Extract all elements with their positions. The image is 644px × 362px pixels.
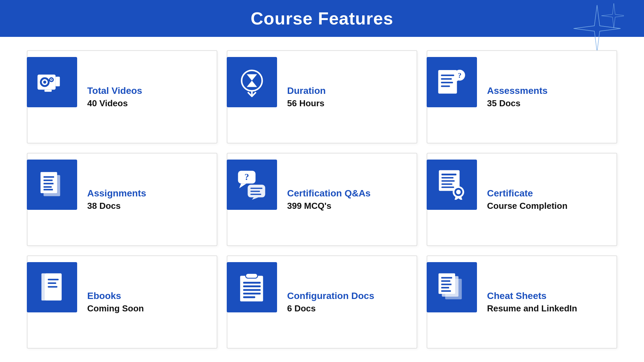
svg-text:?: ? (458, 71, 462, 79)
certificate-text: Certificate Course Completion (477, 188, 568, 211)
svg-rect-60 (56, 77, 60, 86)
ebook-icon (37, 272, 67, 302)
ebooks-title: Ebooks (87, 291, 144, 301)
config-icon (237, 272, 267, 302)
svg-point-56 (43, 81, 46, 84)
svg-rect-75 (44, 183, 54, 185)
page-wrapper: Course Features (0, 0, 644, 362)
certification-qas-text: Certification Q&As 399 MCQ's (277, 188, 371, 211)
certification-qas-title: Certification Q&As (287, 188, 371, 199)
svg-rect-103 (243, 293, 261, 294)
star-decoration-icon (570, 2, 624, 55)
page-title: Course Features (251, 8, 393, 28)
feature-card-total-videos: Total Videos 40 Videos (27, 50, 217, 143)
feature-card-assignments: Assignments 38 Docs (27, 153, 217, 246)
svg-rect-83 (251, 194, 261, 195)
svg-rect-82 (251, 191, 260, 192)
cheat-sheets-subtitle: Resume and LinkedIn (487, 303, 577, 314)
duration-icon-box (227, 57, 277, 107)
svg-rect-85 (441, 174, 457, 175)
feature-card-ebooks: Ebooks Coming Soon (27, 255, 217, 349)
certificate-subtitle: Course Completion (487, 201, 568, 211)
assignments-title: Assignments (87, 188, 146, 199)
assessments-title: Assessments (487, 85, 548, 96)
svg-text:?: ? (245, 172, 249, 182)
svg-point-59 (51, 79, 52, 80)
feature-card-certification-qas: ? Certification Q&As 399 MCQ's (227, 153, 417, 246)
page-header: Course Features (0, 0, 644, 37)
svg-rect-102 (243, 289, 261, 291)
svg-rect-66 (441, 78, 452, 80)
config-docs-icon-box (227, 262, 277, 312)
assessments-text: Assessments 35 Docs (477, 85, 548, 109)
feature-card-cheat-sheets: Cheat Sheets Resume and LinkedIn (427, 255, 617, 349)
svg-point-92 (456, 190, 461, 194)
total-videos-icon-box (27, 57, 77, 107)
svg-rect-99 (246, 274, 258, 278)
total-videos-text: Total Videos 40 Videos (77, 85, 142, 109)
svg-rect-95 (48, 279, 58, 281)
certification-qas-subtitle: 399 MCQ's (287, 201, 371, 211)
ebooks-icon-box (27, 262, 77, 312)
duration-text: Duration 56 Hours (277, 85, 326, 109)
feature-card-certificate: Certificate Course Completion (427, 153, 617, 246)
svg-point-62 (241, 70, 262, 91)
config-docs-text: Configuration Docs 6 Docs (277, 291, 374, 314)
total-videos-subtitle: 40 Videos (87, 98, 142, 109)
svg-rect-108 (441, 277, 452, 279)
svg-rect-76 (44, 186, 52, 188)
cheat-sheets-icon-box (427, 262, 477, 312)
feature-card-config-docs: Configuration Docs 6 Docs (227, 255, 417, 349)
assignments-subtitle: 38 Docs (87, 201, 146, 211)
cheatsheet-icon (437, 272, 467, 302)
ebooks-text: Ebooks Coming Soon (77, 291, 144, 314)
cheat-sheets-title: Cheat Sheets (487, 291, 577, 301)
svg-rect-96 (48, 283, 56, 284)
svg-rect-104 (243, 296, 255, 298)
assessment-icon: ? (437, 67, 467, 97)
svg-rect-86 (441, 177, 453, 178)
duration-subtitle: 56 Hours (287, 98, 326, 109)
svg-rect-100 (243, 282, 261, 284)
svg-rect-81 (251, 188, 263, 189)
certification-qas-icon-box: ? (227, 160, 277, 210)
feature-card-duration: Duration 56 Hours (227, 50, 417, 143)
svg-rect-74 (44, 180, 53, 181)
assignments-text: Assignments 38 Docs (77, 188, 146, 211)
cheat-sheets-text: Cheat Sheets Resume and LinkedIn (477, 291, 577, 314)
clock-icon (237, 67, 267, 97)
qa-icon: ? (237, 170, 267, 200)
duration-title: Duration (287, 85, 326, 96)
assessments-subtitle: 35 Docs (487, 98, 548, 109)
svg-rect-65 (441, 75, 454, 76)
svg-rect-73 (44, 176, 54, 178)
svg-rect-97 (48, 286, 57, 288)
svg-rect-89 (441, 187, 454, 188)
svg-rect-110 (441, 284, 452, 285)
assessments-icon-box: ? (427, 57, 477, 107)
svg-rect-109 (441, 280, 450, 282)
assignment-icon (37, 170, 67, 200)
svg-rect-61 (45, 90, 52, 92)
assignments-icon-box (27, 160, 77, 210)
config-docs-subtitle: 6 Docs (287, 303, 374, 314)
features-grid: Total Videos 40 Videos Duration 56 Hours (0, 37, 644, 362)
total-videos-title: Total Videos (87, 85, 142, 96)
feature-card-assessments: ? Assessments 35 Docs (427, 50, 617, 143)
svg-rect-112 (441, 290, 451, 292)
certificate-icon-box (427, 160, 477, 210)
svg-rect-111 (441, 287, 449, 289)
config-docs-title: Configuration Docs (287, 291, 374, 301)
video-icon (37, 67, 67, 97)
svg-rect-88 (441, 183, 452, 185)
svg-rect-77 (44, 189, 53, 191)
svg-rect-101 (243, 286, 261, 287)
ebooks-subtitle: Coming Soon (87, 303, 144, 314)
certificate-icon (437, 170, 467, 200)
certificate-title: Certificate (487, 188, 568, 199)
svg-rect-68 (441, 85, 450, 87)
svg-rect-67 (441, 82, 453, 83)
svg-rect-87 (441, 180, 454, 182)
